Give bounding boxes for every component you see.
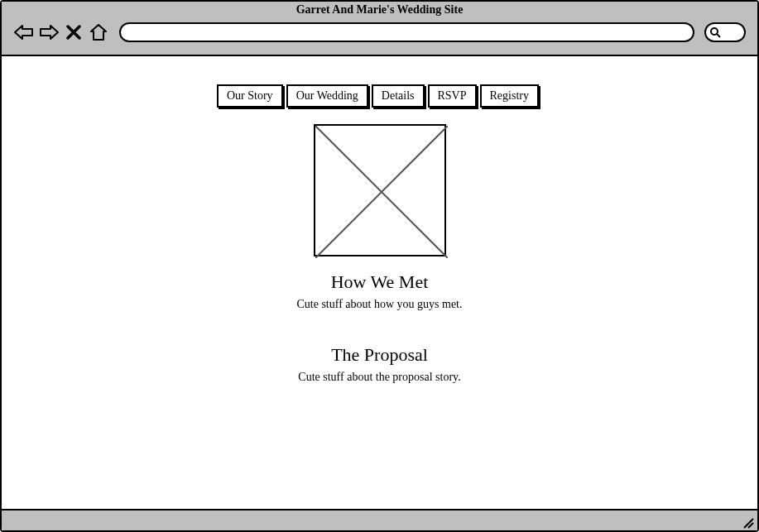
url-input[interactable] — [119, 22, 694, 42]
section-title: The Proposal — [298, 344, 460, 366]
svg-point-0 — [711, 28, 718, 35]
arrow-left-icon — [14, 24, 34, 41]
main-nav: Our Story Our Wedding Details RSVP Regis… — [217, 84, 542, 108]
browser-statusbar — [2, 509, 757, 530]
svg-line-1 — [717, 34, 720, 37]
tab-label: Details — [382, 89, 415, 102]
tab-our-wedding[interactable]: Our Wedding — [286, 84, 368, 108]
home-icon — [89, 23, 108, 41]
tab-label: Our Story — [227, 89, 273, 102]
section-how-we-met: How We Met Cute stuff about how you guys… — [296, 271, 462, 311]
window-title: Garret And Marie's Wedding Site — [2, 3, 757, 17]
section-body: Cute stuff about how you guys met. — [296, 298, 462, 311]
forward-button[interactable] — [38, 22, 60, 43]
page-content: Our Story Our Wedding Details RSVP Regis… — [2, 56, 757, 509]
arrow-right-icon — [39, 24, 59, 41]
search-icon — [709, 26, 721, 38]
hero-image-placeholder — [314, 124, 446, 256]
tab-registry[interactable]: Registry — [480, 84, 539, 108]
tab-rsvp[interactable]: RSVP — [428, 84, 477, 108]
image-placeholder-icon — [315, 126, 448, 258]
tab-label: Registry — [490, 89, 529, 102]
section-title: How We Met — [296, 271, 462, 293]
close-icon — [66, 25, 81, 40]
section-the-proposal: The Proposal Cute stuff about the propos… — [298, 344, 460, 384]
browser-titlebar: Garret And Marie's Wedding Site — [2, 2, 757, 56]
browser-window: Garret And Marie's Wedding Site — [0, 0, 759, 532]
back-button[interactable] — [13, 22, 35, 43]
stop-button[interactable] — [63, 22, 84, 43]
tab-label: RSVP — [438, 89, 467, 102]
resize-grip-icon[interactable] — [741, 515, 754, 529]
home-button[interactable] — [88, 22, 109, 43]
tab-our-story[interactable]: Our Story — [217, 84, 283, 108]
section-body: Cute stuff about the proposal story. — [298, 371, 460, 384]
search-button[interactable] — [704, 22, 746, 42]
browser-toolbar — [13, 22, 746, 43]
tab-details[interactable]: Details — [372, 84, 425, 108]
tab-label: Our Wedding — [296, 89, 358, 102]
